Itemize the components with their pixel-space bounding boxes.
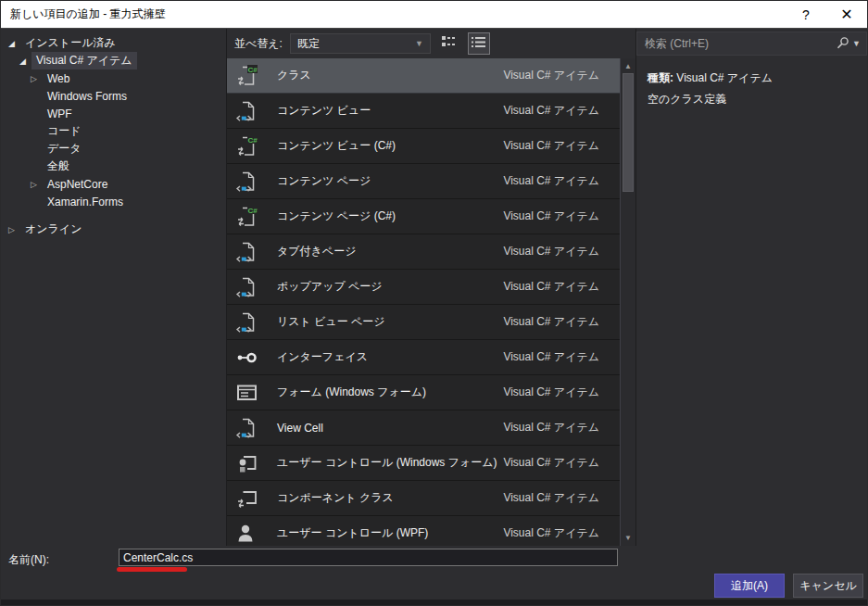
search-icon[interactable] (837, 36, 849, 52)
list-item[interactable]: C# クラス Visual C# アイテム (227, 58, 620, 94)
sidebar-item[interactable]: コード (1, 122, 226, 140)
item-details: 種類: Visual C# アイテム 空のクラス定義 (636, 56, 867, 122)
expander-collapsed-icon[interactable]: ▷ (31, 74, 43, 83)
expander-expanded-icon[interactable]: ◢ (8, 39, 20, 48)
sort-label: 並べ替え: (234, 36, 283, 52)
type-value: Visual C# アイテム (676, 71, 773, 84)
sidebar-item-label: AspNetCore (43, 177, 112, 192)
help-button[interactable]: ? (786, 1, 826, 29)
sidebar-item[interactable]: WPF (1, 105, 226, 122)
sidebar-item-label: オンライン (20, 221, 86, 238)
item-category: Visual C# アイテム (503, 314, 610, 330)
item-category: Visual C# アイテム (503, 385, 610, 400)
sidebar-item-label: 全般 (43, 158, 74, 175)
red-underline-annotation (117, 567, 187, 572)
template-pane: 並べ替え: 既定 ▼ (226, 29, 636, 546)
item-label: コンテンツ ビュー (277, 103, 371, 119)
expander-expanded-icon[interactable]: ◢ (19, 57, 31, 66)
close-button[interactable]: ✕ (826, 1, 867, 29)
template-list: C# クラス Visual C# アイテム コンテンツ ビュー Visual C… (227, 58, 635, 546)
scroll-down-icon[interactable]: ▼ (621, 531, 635, 545)
item-type-line: 種類: Visual C# アイテム (648, 68, 856, 89)
item-label: ユーザー コントロール (Windows フォーム) (277, 455, 497, 471)
list-item[interactable]: ポップアップ ページ Visual C# アイテム (227, 270, 620, 305)
sidebar-item-label: コード (43, 122, 86, 140)
sidebar-item-label: Xamarin.Forms (43, 195, 128, 209)
list-item[interactable]: タブ付きページ Visual C# アイテム (227, 234, 620, 270)
dialog-footer: 名前(N): 追加(A) キャンセル (1, 546, 867, 605)
item-description: 空のクラス定義 (648, 89, 856, 110)
component-icon (234, 486, 260, 511)
sidebar-item[interactable]: データ (1, 140, 226, 158)
list-item[interactable]: C# コンテンツ ページ (C#) Visual C# アイテム (227, 199, 620, 234)
scroll-up-icon[interactable]: ▲ (621, 59, 635, 73)
chevron-down-icon: ▼ (415, 39, 423, 48)
item-label: フォーム (Windows フォーム) (277, 385, 426, 400)
expander-collapsed-icon[interactable]: ▷ (31, 180, 43, 189)
sidebar-item[interactable]: Windows Forms (1, 87, 226, 105)
item-category: Visual C# アイテム (503, 138, 610, 154)
sidebar-item[interactable]: ▷ オンライン (1, 221, 226, 238)
item-label: クラス (277, 68, 311, 83)
usercontrol-winforms-icon (234, 450, 260, 476)
sidebar-item[interactable]: Xamarin.Forms (1, 193, 226, 210)
title-bar: 新しい項目の追加 - 重力式擁壁 ? ✕ (1, 1, 867, 29)
search-input[interactable] (645, 37, 837, 50)
list-item[interactable]: コンテンツ ページ Visual C# アイテム (227, 164, 620, 199)
sort-bar: 並べ替え: 既定 ▼ (227, 29, 635, 58)
sidebar-item[interactable]: 全般 (1, 158, 226, 175)
item-category: Visual C# アイテム (503, 349, 610, 365)
item-label: View Cell (277, 422, 323, 435)
item-category: Visual C# アイテム (503, 68, 610, 83)
csharp-class-icon: C# (234, 204, 260, 230)
add-new-item-dialog: 新しい項目の追加 - 重力式擁壁 ? ✕ ◢ インストール済み ◢ Visual… (0, 0, 868, 606)
category-tree: ◢ インストール済み ◢ Visual C# アイテム ▷ Web Window… (1, 29, 226, 546)
type-label: 種類: (648, 71, 673, 84)
list-item[interactable]: ユーザー コントロール (Windows フォーム) Visual C# アイテ… (227, 446, 620, 481)
sidebar-item[interactable]: ▷ Web (1, 69, 226, 87)
list-item[interactable]: ユーザー コントロール (WPF) Visual C# アイテム (227, 516, 620, 546)
view-list-button[interactable] (468, 32, 490, 55)
view-small-icons-button[interactable] (438, 32, 460, 55)
csharp-class-icon: C# (234, 133, 260, 159)
sidebar-item-label: WPF (43, 107, 77, 121)
dialog-title: 新しい項目の追加 - 重力式擁壁 (10, 6, 786, 22)
list-item[interactable]: C# コンテンツ ビュー (C#) Visual C# アイテム (227, 129, 620, 164)
template-list-rows: C# クラス Visual C# アイテム コンテンツ ビュー Visual C… (227, 58, 620, 546)
item-label: コンテンツ ビュー (C#) (277, 138, 396, 154)
svg-text:C#: C# (248, 65, 258, 73)
cancel-button[interactable]: キャンセル (793, 574, 863, 598)
list-item[interactable]: リスト ビュー ページ Visual C# アイテム (227, 305, 620, 340)
list-scrollbar[interactable]: ▲ ▼ (620, 58, 635, 546)
list-item[interactable]: コンテンツ ビュー Visual C# アイテム (227, 94, 620, 129)
sidebar-item[interactable]: ▷ AspNetCore (1, 175, 226, 193)
list-item[interactable]: フォーム (Windows フォーム) Visual C# アイテム (227, 375, 620, 410)
sidebar-item[interactable]: ◢ Visual C# アイテム (1, 52, 226, 69)
small-icons-view-icon (442, 36, 456, 51)
item-category: Visual C# アイテム (503, 420, 610, 436)
sidebar-item-label: Windows Forms (43, 89, 132, 104)
scrollbar-thumb[interactable] (623, 73, 634, 192)
sidebar-item-label: Web (43, 71, 74, 86)
list-item[interactable]: コンポーネント クラス Visual C# アイテム (227, 481, 620, 516)
item-label: タブ付きページ (277, 244, 356, 259)
add-button[interactable]: 追加(A) (714, 574, 785, 598)
svg-text:C#: C# (248, 206, 258, 214)
winform-icon (234, 380, 260, 406)
item-label: リスト ビュー ページ (277, 314, 385, 330)
list-view-icon (472, 36, 485, 51)
item-label: コンテンツ ページ (C#) (277, 208, 396, 224)
search-box[interactable]: ▼ (636, 32, 867, 56)
list-item[interactable]: インターフェイス Visual C# アイテム (227, 340, 620, 375)
dialog-bottom-edge (1, 600, 867, 605)
name-input[interactable] (119, 549, 618, 566)
sort-dropdown[interactable]: 既定 ▼ (290, 33, 431, 54)
search-options-chevron-icon[interactable]: ▼ (852, 39, 861, 48)
expander-collapsed-icon[interactable]: ▷ (8, 225, 20, 234)
item-label: コンテンツ ページ (277, 173, 371, 189)
item-category: Visual C# アイテム (503, 490, 610, 506)
name-label: 名前(N): (8, 552, 49, 568)
item-category: Visual C# アイテム (503, 455, 610, 471)
list-item[interactable]: View Cell Visual C# アイテム (227, 410, 620, 446)
sidebar-item[interactable]: ◢ インストール済み (1, 34, 226, 52)
